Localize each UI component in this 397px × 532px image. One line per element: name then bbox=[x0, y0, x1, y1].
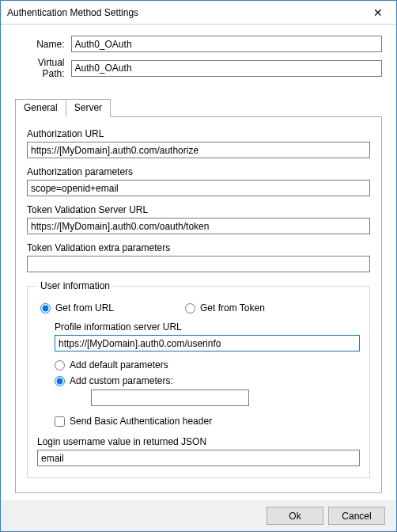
token-url-group: Token Validation Server URL bbox=[27, 204, 370, 234]
add-custom-params-radio-input[interactable] bbox=[55, 376, 65, 386]
auth-url-input[interactable] bbox=[27, 142, 370, 158]
title-bar: Authentication Method Settings ✕ bbox=[1, 1, 396, 25]
profile-url-group: Profile information server URL bbox=[55, 321, 360, 352]
send-basic-auth-checkbox-input[interactable] bbox=[55, 416, 65, 427]
tab-server[interactable]: Server bbox=[66, 99, 111, 117]
profile-url-input[interactable] bbox=[55, 335, 360, 352]
add-default-params-radio[interactable]: Add default parameters bbox=[55, 359, 360, 370]
add-custom-params-radio[interactable]: Add custom parameters: bbox=[55, 375, 360, 386]
login-json-group: Login username value in returned JSON bbox=[37, 436, 360, 466]
get-from-url-radio-label: Get from URL bbox=[55, 302, 114, 314]
virtual-path-row: Virtual Path: bbox=[15, 57, 382, 79]
auth-params-label: Authorization parameters bbox=[27, 166, 370, 177]
name-input[interactable] bbox=[71, 36, 383, 52]
name-label: Name: bbox=[15, 39, 71, 50]
add-custom-params-label: Add custom parameters: bbox=[70, 375, 173, 386]
add-default-params-radio-input[interactable] bbox=[55, 360, 65, 370]
user-information-group: User information Get from URL Get from T… bbox=[27, 280, 370, 478]
login-json-label: Login username value in returned JSON bbox=[37, 436, 360, 447]
login-json-input[interactable] bbox=[37, 450, 360, 466]
close-icon: ✕ bbox=[373, 6, 383, 19]
user-information-legend: User information bbox=[37, 280, 113, 291]
close-button[interactable]: ✕ bbox=[360, 1, 396, 25]
get-from-token-radio-input[interactable] bbox=[185, 303, 195, 314]
auth-url-group: Authorization URL bbox=[27, 128, 370, 158]
send-basic-auth-label: Send Basic Authentication header bbox=[70, 416, 212, 427]
profile-url-label: Profile information server URL bbox=[55, 321, 360, 332]
tab-strip: General Server bbox=[15, 98, 382, 116]
auth-params-input[interactable] bbox=[27, 180, 370, 196]
virtual-path-label: Virtual Path: bbox=[15, 57, 71, 79]
ok-button[interactable]: Ok bbox=[267, 507, 323, 525]
auth-params-group: Authorization parameters bbox=[27, 166, 370, 196]
token-url-input[interactable] bbox=[27, 218, 370, 234]
virtual-path-input[interactable] bbox=[71, 60, 383, 77]
get-from-url-radio-input[interactable] bbox=[40, 303, 51, 314]
params-radio-group: Add default parameters Add custom parame… bbox=[55, 359, 360, 406]
tab-page-server: Authorization URL Authorization paramete… bbox=[15, 116, 382, 493]
token-extra-label: Token Validation extra parameters bbox=[27, 242, 370, 253]
get-from-token-radio-label: Get from Token bbox=[200, 302, 265, 314]
get-from-url-radio[interactable]: Get from URL bbox=[40, 302, 114, 314]
send-basic-auth-checkbox[interactable]: Send Basic Authentication header bbox=[55, 416, 360, 427]
token-extra-group: Token Validation extra parameters bbox=[27, 242, 370, 272]
source-radio-row: Get from URL Get from Token bbox=[40, 302, 360, 314]
tab-general[interactable]: General bbox=[15, 99, 66, 117]
custom-params-input[interactable] bbox=[91, 390, 249, 406]
get-from-token-radio[interactable]: Get from Token bbox=[185, 302, 265, 314]
dialog-footer: Ok Cancel bbox=[1, 500, 396, 531]
tab-control: General Server Authorization URL Authori… bbox=[15, 98, 382, 493]
add-default-params-label: Add default parameters bbox=[70, 359, 168, 370]
window-title: Authentication Method Settings bbox=[7, 7, 138, 18]
basic-auth-row: Send Basic Authentication header bbox=[55, 416, 360, 427]
token-extra-input[interactable] bbox=[27, 256, 370, 272]
token-url-label: Token Validation Server URL bbox=[27, 204, 370, 215]
name-row: Name: bbox=[15, 36, 382, 52]
auth-url-label: Authorization URL bbox=[27, 128, 370, 139]
client-area: Name: Virtual Path: General Server Autho… bbox=[1, 25, 396, 500]
cancel-button[interactable]: Cancel bbox=[328, 507, 385, 525]
